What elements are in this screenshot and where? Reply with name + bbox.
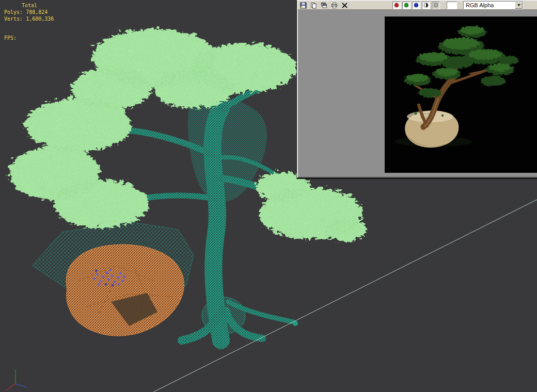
blue-channel-button[interactable]	[412, 2, 420, 9]
rendered-frame-window[interactable]: RGB Alpha	[297, 0, 537, 178]
stats-verts-label: Verts:	[4, 16, 23, 22]
x-axis-line	[6, 384, 15, 390]
stats-polys-value: 788,824	[26, 9, 48, 15]
render-client-area	[298, 10, 537, 177]
stats-verts-value: 1,600,336	[26, 16, 54, 22]
render-foliage	[403, 25, 518, 96]
red-channel-icon	[393, 2, 400, 8]
render-window-toolbar: RGB Alpha	[298, 1, 537, 10]
green-channel-button[interactable]	[402, 2, 410, 9]
rendered-bonsai	[385, 17, 537, 173]
background-color-swatch[interactable]	[447, 2, 457, 9]
3d-viewport[interactable]: Total Polys: 788,824 Verts: 1,600,336 FP…	[0, 0, 537, 392]
chevron-down-icon	[517, 4, 520, 6]
rendered-image	[385, 17, 537, 173]
close-icon	[341, 2, 348, 9]
stats-polys-label: Polys:	[4, 9, 23, 15]
stats-fps: FPS:	[4, 35, 54, 41]
z-axis-line	[15, 384, 27, 387]
monochrome-button[interactable]	[432, 2, 440, 9]
stats-total-label: Total	[22, 3, 37, 8]
stats-total-heading: Total	[4, 2, 54, 9]
channel-display-dropdown[interactable]: RGB Alpha	[463, 1, 523, 9]
clear-button[interactable]	[340, 2, 349, 9]
green-channel-icon	[403, 2, 409, 8]
dropdown-arrow-button[interactable]	[515, 2, 523, 9]
stats-verts: Verts: 1,600,336	[4, 15, 54, 22]
copy-image-button[interactable]	[309, 2, 318, 9]
printer-icon	[331, 2, 338, 9]
stats-polys: Polys: 788,824	[4, 9, 54, 15]
viewport-statistics: Total Polys: 788,824 Verts: 1,600,336 FP…	[4, 2, 54, 41]
clone-window-button[interactable]	[320, 2, 328, 9]
print-image-button[interactable]	[330, 2, 339, 9]
monochrome-icon	[433, 2, 439, 8]
copy-icon	[310, 2, 317, 9]
stats-fps-label: FPS:	[4, 35, 17, 41]
red-channel-button[interactable]	[392, 2, 401, 9]
alpha-channel-button[interactable]	[422, 2, 430, 9]
clone-window-icon	[321, 2, 327, 9]
rock-wireframe	[66, 244, 183, 335]
alpha-channel-icon	[423, 2, 429, 8]
blue-channel-icon	[413, 2, 419, 8]
floppy-icon	[300, 2, 307, 9]
channel-dropdown-value: RGB Alpha	[464, 2, 515, 8]
save-image-button[interactable]	[299, 2, 308, 9]
axis-gizmo	[6, 369, 27, 390]
